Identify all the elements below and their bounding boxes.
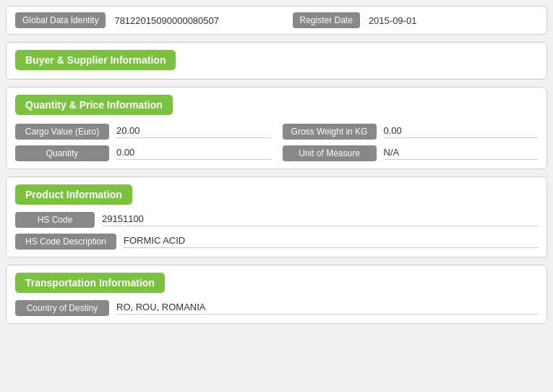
- unit-of-measure-label: Unit of Measure: [283, 145, 377, 161]
- product-header: Product Information: [15, 184, 132, 205]
- unit-of-measure-value: N/A: [384, 147, 539, 160]
- transportation-header: Transportation Information: [15, 273, 165, 293]
- gross-weight-group: Gross Weight in KG 0.00: [283, 124, 539, 140]
- country-of-destiny-value: RO, ROU, ROMANIA: [116, 302, 538, 315]
- country-of-destiny-row: Country of Destiny RO, ROU, ROMANIA: [15, 300, 538, 316]
- unit-of-measure-group: Unit of Measure N/A: [283, 145, 539, 161]
- quantity-group: Quantity 0.00: [15, 145, 271, 161]
- product-card: Product Information HS Code 29151100 HS …: [6, 176, 547, 257]
- hs-code-value: 29151100: [102, 213, 538, 226]
- buyer-supplier-header: Buyer & Supplier Information: [15, 50, 176, 70]
- quantity-price-card: Quantity & Price Information Cargo Value…: [6, 87, 547, 169]
- hs-code-description-row: HS Code Description FORMIC ACID: [15, 234, 538, 250]
- quantity-value: 0.00: [116, 147, 271, 160]
- hs-code-description-label: HS Code Description: [15, 234, 116, 250]
- gross-weight-label: Gross Weight in KG: [283, 124, 377, 140]
- global-data-identity-label: Global Data Identity: [15, 12, 106, 28]
- register-date-value: 2015-09-01: [369, 15, 538, 26]
- buyer-supplier-card: Buyer & Supplier Information: [6, 42, 547, 80]
- quantity-label: Quantity: [15, 145, 109, 161]
- country-of-destiny-label: Country of Destiny: [15, 300, 109, 316]
- register-date-label: Register Date: [293, 12, 360, 28]
- cargo-value-value: 20.00: [116, 125, 271, 138]
- gross-weight-value: 0.00: [384, 125, 539, 138]
- hs-code-description-value: FORMIC ACID: [124, 235, 538, 248]
- quantity-price-header: Quantity & Price Information: [15, 95, 173, 115]
- hs-code-label: HS Code: [15, 212, 95, 228]
- transportation-card: Transportation Information Country of De…: [6, 265, 547, 324]
- hs-code-row: HS Code 29151100: [15, 212, 538, 228]
- cargo-value-label: Cargo Value (Euro): [15, 124, 109, 140]
- cargo-value-group: Cargo Value (Euro) 20.00: [15, 124, 271, 140]
- global-data-identity-value: 78122015090000080507: [114, 15, 283, 26]
- top-header-card: Global Data Identity 7812201509000008050…: [6, 6, 547, 35]
